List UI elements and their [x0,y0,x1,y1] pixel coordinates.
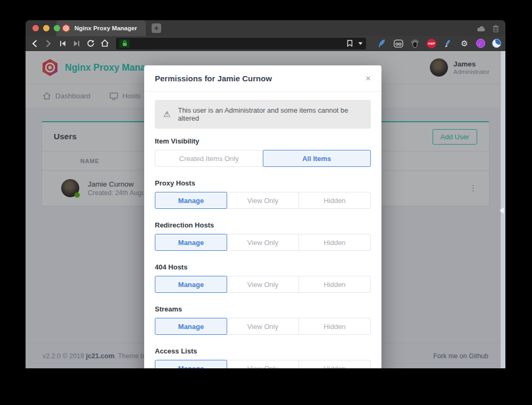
404-hosts-label: 404 Hosts [155,263,371,271]
redirection-hosts-option-manage[interactable]: Manage [155,234,227,251]
npm-favicon-icon [62,24,70,32]
browser-tab[interactable]: Nginx Proxy Manager [56,20,146,36]
back-icon[interactable] [30,38,39,49]
forward-icon[interactable] [44,38,54,49]
bookmark-icon[interactable] [347,40,353,47]
scrollbar-track[interactable] [500,51,505,368]
adblock-plus-icon[interactable]: ABP [427,39,436,48]
alert-text: This user is an Administrator and some i… [178,106,362,122]
new-tab-button[interactable]: + [152,23,161,33]
access-lists-group: ManageView OnlyHidden [155,360,371,368]
access-lists-label: Access Lists [155,347,371,355]
cloud-icon[interactable] [477,26,486,32]
warning-icon: ⚠ [163,109,170,119]
item-visibility-group: Created Items OnlyAll Items [155,150,371,167]
skip-back-icon[interactable] [58,38,68,49]
proxy-hosts-group: ManageView OnlyHidden [155,192,371,209]
404-hosts-option-hidden[interactable]: Hidden [298,276,371,293]
feather-extension-icon[interactable] [377,39,387,48]
proxy-hosts-label: Proxy Hosts [155,179,371,187]
access-lists-option-hidden[interactable]: Hidden [298,360,371,368]
proxy-hosts-option-manage[interactable]: Manage [155,192,227,209]
browser-window: Nginx Proxy Manager + [26,20,505,368]
permission-section-proxy-hosts: Proxy HostsManageView OnlyHidden [155,179,371,209]
redirection-hosts-option-hidden[interactable]: Hidden [298,234,371,251]
access-lists-option-manage[interactable]: Manage [155,360,227,368]
permission-section-404-hosts: 404 HostsManageView OnlyHidden [155,263,371,293]
item-visibility-label: Item Visibility [155,137,371,145]
admin-alert: ⚠ This user is an Administrator and some… [155,100,371,129]
close-icon[interactable]: × [365,74,371,83]
desktop-background: Nginx Proxy Manager + [0,0,532,405]
reload-icon[interactable] [86,38,96,49]
access-lists-option-view-only[interactable]: View Only [227,360,299,368]
browser-toolbar: ABP ⚙ ☄ [26,36,505,51]
redirection-hosts-group: ManageView OnlyHidden [155,234,371,251]
scrollbar-arrow-icon [500,207,504,214]
streams-group: ManageView OnlyHidden [155,318,371,335]
item-visibility-option-created-items-only[interactable]: Created Items Only [155,150,263,167]
close-window-button[interactable] [32,25,39,31]
trash-icon[interactable] [493,25,499,32]
purple-extension-icon[interactable]: ☄ [476,39,485,48]
item-visibility-option-all-items[interactable]: All Items [263,150,371,167]
streams-option-manage[interactable]: Manage [155,318,227,335]
tab-title: Nginx Proxy Manager [74,25,137,31]
404-hosts-group: ManageView OnlyHidden [155,276,371,293]
url-bar[interactable] [116,38,366,49]
gear-extension-icon[interactable]: ⚙ [460,39,469,48]
permission-section-access-lists: Access ListsManageView OnlyHidden [155,347,371,368]
pie-extension-icon[interactable] [492,39,501,48]
skip-forward-icon[interactable] [72,38,82,49]
redirection-hosts-label: Redirection Hosts [155,221,371,229]
goggles-extension-icon[interactable] [394,39,403,48]
streams-option-hidden[interactable]: Hidden [298,318,371,335]
traffic-lights [32,25,60,31]
lock-icon [119,39,130,48]
minimize-window-button[interactable] [43,25,49,31]
redirection-hosts-option-view-only[interactable]: View Only [227,234,299,251]
chevron-down-icon[interactable] [358,42,363,45]
permissions-modal: Permissions for Jamie Curnow × ⚠ This us… [144,65,381,368]
404-hosts-option-manage[interactable]: Manage [155,276,227,293]
pen-extension-icon[interactable] [443,39,453,48]
extension-icons: ABP ⚙ ☄ [377,39,501,48]
modal-title: Permissions for Jamie Curnow [155,74,272,83]
zoom-window-button[interactable] [54,25,60,31]
streams-option-view-only[interactable]: View Only [227,318,299,335]
permission-section-streams: StreamsManageView OnlyHidden [155,305,371,335]
404-hosts-option-view-only[interactable]: View Only [227,276,299,293]
streams-label: Streams [155,305,371,313]
home-icon[interactable] [101,38,110,49]
browser-tab-bar: Nginx Proxy Manager + [26,20,505,36]
gnome-foot-extension-icon[interactable] [410,39,420,48]
proxy-hosts-option-hidden[interactable]: Hidden [298,192,371,209]
permission-section-redirection-hosts: Redirection HostsManageView OnlyHidden [155,221,371,251]
page-viewport: Nginx Proxy Manager James Administrator … [26,51,505,368]
proxy-hosts-option-view-only[interactable]: View Only [227,192,299,209]
